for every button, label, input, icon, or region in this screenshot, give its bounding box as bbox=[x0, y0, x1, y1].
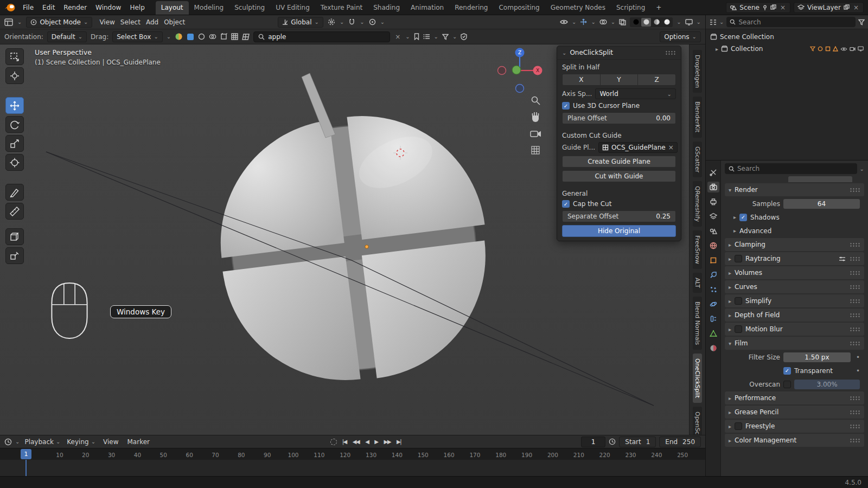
transparent-checkbox[interactable]: ✓ bbox=[783, 367, 791, 375]
shadows-row[interactable]: ▸ ✓ Shadows bbox=[725, 211, 864, 223]
workspace-tab[interactable]: Shading bbox=[368, 1, 405, 15]
collapse-icon[interactable]: ⌄ bbox=[562, 50, 566, 56]
monitor-icon[interactable] bbox=[858, 46, 864, 52]
filter-size-field[interactable]: 1.50 px bbox=[783, 352, 851, 362]
chevron-down-icon[interactable]: ⌄ bbox=[860, 166, 864, 172]
filter-funnel-icon[interactable] bbox=[858, 19, 865, 25]
timeline-editor-icon[interactable] bbox=[4, 438, 12, 446]
properties-tab-world[interactable] bbox=[707, 240, 719, 251]
timeline-view-menu[interactable]: View bbox=[100, 437, 121, 447]
properties-search-input[interactable] bbox=[737, 165, 853, 172]
viewport-menu-item[interactable]: Select bbox=[118, 17, 143, 27]
options-dropdown[interactable]: Options ⌄ bbox=[660, 31, 701, 42]
viewport-menu-item[interactable]: View bbox=[97, 17, 117, 27]
outliner-search[interactable] bbox=[726, 17, 856, 27]
select-box-tool[interactable] bbox=[5, 48, 24, 65]
auto-keying-toggle[interactable] bbox=[330, 439, 337, 445]
shading-material-icon[interactable] bbox=[652, 18, 661, 27]
end-frame-field[interactable]: End 250 bbox=[659, 436, 701, 447]
cut-with-guide-button[interactable]: Cut with Guide bbox=[562, 170, 676, 182]
circle-pair-icon[interactable] bbox=[209, 34, 216, 40]
properties-tab-output[interactable] bbox=[707, 196, 719, 207]
plane-offset-slider[interactable]: Plane Offset 0.00 bbox=[562, 112, 676, 124]
overscan-checkbox[interactable] bbox=[783, 381, 791, 388]
bookmark-icon[interactable] bbox=[414, 33, 419, 40]
workspace-tab[interactable]: Texture Paint bbox=[315, 1, 368, 15]
grid-ortho-icon[interactable] bbox=[532, 146, 539, 154]
section-raytracing[interactable]: ▸ Raytracing bbox=[725, 252, 864, 265]
drag-grip[interactable] bbox=[665, 50, 676, 55]
duplicate-icon[interactable] bbox=[844, 4, 850, 10]
toolbar-search[interactable] bbox=[253, 31, 390, 42]
section-simplify[interactable]: ▸ Simplify bbox=[725, 294, 864, 307]
drag-grip[interactable] bbox=[850, 424, 860, 429]
drag-grip[interactable] bbox=[850, 327, 860, 332]
workspace-tab[interactable]: Animation bbox=[405, 1, 449, 15]
section-film[interactable]: ▾ Film bbox=[725, 337, 864, 350]
samples-field[interactable]: 64 bbox=[783, 199, 860, 209]
drag-grip[interactable] bbox=[850, 313, 860, 318]
chevron-down-icon[interactable]: ⌄ bbox=[591, 19, 595, 25]
workspace-tab[interactable]: Compositing bbox=[493, 1, 545, 15]
object-icon[interactable] bbox=[818, 46, 823, 52]
workspace-tab[interactable]: Sculpting bbox=[229, 1, 270, 15]
chevron-down-icon[interactable]: ⌄ bbox=[340, 19, 344, 25]
lattice-icon[interactable] bbox=[242, 34, 250, 40]
viewport-3d[interactable]: Z X bbox=[0, 44, 689, 435]
show-gizmo-icon[interactable] bbox=[580, 18, 587, 25]
scale-tool[interactable] bbox=[5, 135, 24, 152]
properties-tab-view-layer[interactable] bbox=[707, 211, 719, 222]
properties-tab-modifiers[interactable] bbox=[707, 269, 719, 280]
measure-tool[interactable] bbox=[5, 203, 24, 220]
shading-wireframe-icon[interactable] bbox=[631, 18, 641, 27]
xray-toggle-icon[interactable] bbox=[619, 19, 626, 25]
use-cursor-plane-checkbox[interactable]: ✓ bbox=[562, 102, 570, 110]
object-icon[interactable] bbox=[833, 46, 838, 52]
section-curves[interactable]: ▸ Curves bbox=[725, 280, 864, 293]
transport-button[interactable]: ▶▶ bbox=[382, 438, 393, 446]
playhead[interactable]: 1 bbox=[21, 449, 31, 459]
sphere-icon[interactable] bbox=[198, 33, 205, 40]
advanced-row[interactable]: ▸ Advanced bbox=[725, 224, 864, 237]
blender-logo-icon[interactable] bbox=[4, 3, 15, 12]
hide-original-button[interactable]: Hide Original bbox=[562, 225, 676, 237]
snap-magnet-icon[interactable] bbox=[348, 18, 355, 25]
axis-space-dropdown[interactable]: World ⌄ bbox=[595, 88, 676, 99]
simplify-checkbox[interactable] bbox=[735, 297, 742, 305]
viewport-menu-item[interactable]: Object bbox=[161, 17, 188, 27]
guide-plane-field[interactable]: OCS_GuidePlane × bbox=[598, 142, 678, 153]
properties-tab-object-data[interactable] bbox=[707, 328, 719, 339]
section-performance[interactable]: ▸ Performance bbox=[725, 391, 864, 404]
menu-item[interactable]: Render bbox=[59, 2, 91, 13]
orientation-dropdown[interactable]: Default ⌄ bbox=[47, 31, 87, 42]
properties-tab-scene[interactable] bbox=[707, 226, 719, 236]
extra-tool[interactable] bbox=[5, 247, 24, 264]
chevron-down-icon[interactable]: ⌄ bbox=[611, 19, 615, 25]
overlays-icon[interactable] bbox=[599, 19, 607, 25]
menu-item[interactable]: Help bbox=[125, 2, 149, 13]
clear-guide-button[interactable]: × bbox=[668, 144, 674, 151]
create-guide-plane-button[interactable]: Create Guide Plane bbox=[562, 156, 676, 168]
render-display-icon[interactable] bbox=[685, 19, 693, 25]
timeline-track-area[interactable] bbox=[0, 460, 705, 476]
properties-search[interactable] bbox=[725, 163, 857, 174]
chevron-down-icon[interactable]: ⌄ bbox=[697, 19, 701, 25]
workspace-tab[interactable]: Geometry Nodes bbox=[545, 1, 611, 15]
section-freestyle[interactable]: ▸ Freestyle bbox=[725, 420, 864, 433]
drag-grip[interactable] bbox=[850, 396, 860, 401]
mode-dropdown[interactable]: Object Mode ⌄ bbox=[26, 17, 92, 28]
axis-button[interactable]: X bbox=[562, 74, 601, 86]
drag-grip[interactable] bbox=[850, 188, 860, 192]
keying-dropdown[interactable]: Keying ⌄ bbox=[65, 438, 97, 446]
chevron-down-icon[interactable]: ⌄ bbox=[452, 34, 457, 40]
section-clamping[interactable]: ▸ Clamping bbox=[725, 238, 864, 251]
playback-dropdown[interactable]: Playback ⌄ bbox=[23, 438, 62, 446]
active-tool-icon[interactable] bbox=[187, 33, 194, 41]
drag-grip[interactable] bbox=[850, 299, 860, 304]
sidebar-tab-qremeshify[interactable]: QRemeshify bbox=[693, 181, 702, 227]
shield-check-icon[interactable] bbox=[461, 33, 467, 40]
expand-icon[interactable]: ▸ bbox=[733, 214, 736, 220]
eye-icon[interactable] bbox=[840, 47, 847, 52]
current-frame-field[interactable]: 1 bbox=[581, 436, 606, 447]
shading-rendered-icon[interactable] bbox=[662, 18, 672, 27]
